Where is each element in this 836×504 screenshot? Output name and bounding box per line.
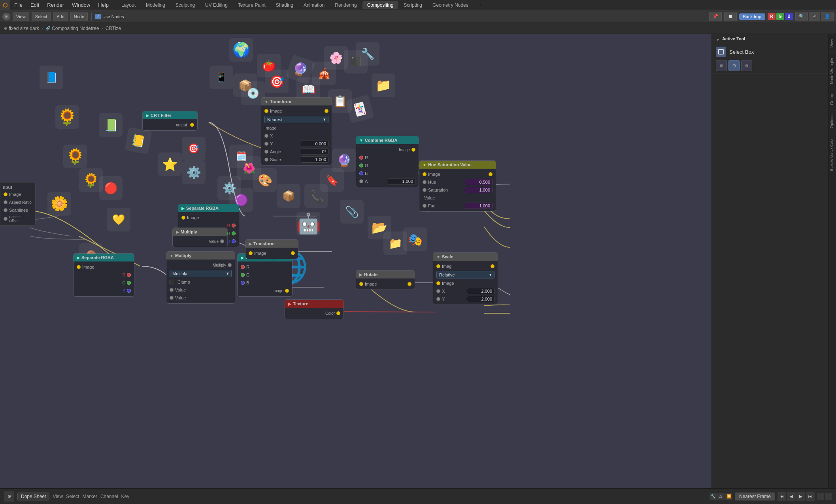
menu-window[interactable]: Window	[68, 1, 94, 9]
status-icon-3[interactable]: 🔽	[725, 493, 732, 500]
bottom-marker-btn[interactable]: Marker	[83, 494, 97, 499]
bottom-view-btn[interactable]: View	[53, 494, 63, 499]
menu-file[interactable]: File	[10, 1, 26, 9]
menu-render[interactable]: Render	[43, 1, 68, 9]
zoom-out-button[interactable]: 🗗	[809, 12, 820, 21]
user-icon-button[interactable]: 👤	[821, 12, 834, 21]
separate-rgba-1-header[interactable]: ▶ Separate RGBA	[178, 204, 239, 212]
transform-2-header[interactable]: ▶ Transform	[245, 240, 298, 248]
combine-rgba-2-node[interactable]: ▶ Combine RGBA R G B Image	[237, 253, 293, 297]
frame-prev-btn[interactable]: ◀	[787, 492, 796, 501]
tab-node-wrangler[interactable]: Node Wrangler	[828, 53, 836, 89]
add-button[interactable]: Add	[53, 12, 68, 21]
hue-sat-node[interactable]: ▼ Hue Saturation Value Image Hue 0.500 S…	[419, 160, 496, 212]
transform-angle-input[interactable]: 0°	[301, 149, 328, 155]
scale-y-row[interactable]: Y 2.000	[433, 295, 498, 303]
transform-2-node[interactable]: ▶ Transform Image	[245, 239, 298, 259]
scale-x-row[interactable]: X 2.000	[433, 287, 498, 295]
combine-rgba-1-header[interactable]: ▼ Combine RGBA	[356, 136, 419, 144]
nearest-frame-btn[interactable]: Nearest Frame	[735, 493, 775, 500]
transform-interp-row[interactable]: Nearest ▾	[261, 115, 332, 124]
huesat-sat-row[interactable]: Saturation 1.000	[419, 186, 496, 194]
separate-rgba-2-node[interactable]: ▶ Separate RGBA Image R G B	[73, 253, 134, 297]
multiply-1-header[interactable]: ▶ Multiply	[173, 228, 227, 236]
frame-play-btn[interactable]: ▶	[796, 492, 805, 501]
tab-uv-editing[interactable]: UV Editing	[200, 1, 232, 9]
select-mode-btn-2[interactable]: ⊟	[728, 60, 740, 71]
tab-geometry-nodes[interactable]: Geometry Nodes	[428, 1, 473, 9]
comb1-a-input[interactable]: 1.000	[388, 178, 415, 184]
tab-rendering[interactable]: Rendering	[330, 1, 361, 9]
zoom-in-button[interactable]: 🔍	[795, 12, 808, 21]
tab-shading[interactable]: Shading	[271, 1, 298, 9]
select-button[interactable]: Select	[32, 12, 51, 21]
rotate-header[interactable]: ▶ Rotate	[356, 271, 415, 278]
crt-filter-node[interactable]: ▶ CRT Filter output	[142, 111, 198, 131]
transform-angle-row[interactable]: Angle 0°	[261, 148, 332, 156]
mult2-dropdown-row[interactable]: Multiply ▾	[166, 269, 235, 278]
mode-dropdown[interactable]: Dope Sheet	[17, 493, 49, 500]
mult2-mode-dropdown[interactable]: Multiply ▾	[170, 270, 232, 277]
tab-add[interactable]: +	[474, 1, 486, 9]
breadcrumb-nodetree[interactable]: 🔗 Compositing Nodetree	[45, 26, 99, 31]
hue-sat-header[interactable]: ▼ Hue Saturation Value	[419, 161, 496, 169]
menu-help[interactable]: Help	[94, 1, 113, 9]
separate-rgba-2-header[interactable]: ▶ Separate RGBA	[74, 254, 134, 261]
b-button[interactable]: B	[785, 13, 793, 20]
bottom-select-btn[interactable]: Select	[66, 494, 79, 499]
node-editor-canvas[interactable]: 🌍 🍅 📦 📱 💿 🎯 🔮 📖 🎪 🌸 📋 🃏 ⬛ 🔧 📁 📗 📒 ⭐ ⚙️ ⚙…	[0, 34, 719, 488]
bottom-channel-btn[interactable]: Channel	[100, 494, 118, 499]
app-logo[interactable]: ⬡	[0, 0, 10, 10]
breadcrumb-workspace[interactable]: ⊕ fixed size dark	[4, 26, 39, 31]
combine-rgba-1-node[interactable]: ▼ Combine RGBA Image R G B A	[356, 136, 419, 187]
bottom-key-btn[interactable]: Key	[121, 494, 130, 499]
bottom-icon-1[interactable]: ⊕	[4, 491, 14, 502]
select-mode-btn-1[interactable]: ⊞	[716, 60, 727, 71]
scale-x-input[interactable]: 2.000	[467, 288, 494, 294]
tab-compositing[interactable]: Compositing	[362, 1, 398, 9]
huesat-hue-row[interactable]: Hue 0.500	[419, 178, 496, 186]
crt-filter-header[interactable]: ▶ CRT Filter	[143, 111, 197, 119]
mult2-clamp-checkbox[interactable]	[170, 280, 174, 284]
frame-end-btn[interactable]: ⏭	[806, 492, 815, 501]
tab-modeling[interactable]: Modeling	[141, 1, 170, 9]
tab-layout[interactable]: Layout	[117, 1, 140, 9]
backdrop-button[interactable]: Backdrop	[739, 13, 765, 20]
multiply-1-node[interactable]: ▶ Multiply Value	[172, 228, 228, 247]
transform-header[interactable]: ▼ Transform	[261, 98, 332, 105]
tab-view[interactable]: View	[828, 34, 836, 53]
tab-group[interactable]: Group	[828, 89, 836, 110]
transform-interpolation-dropdown[interactable]: Nearest ▾	[264, 116, 328, 123]
rotate-node[interactable]: ▶ Rotate Image	[356, 270, 415, 290]
r-button[interactable]: R	[768, 13, 776, 20]
huesat-fac-input[interactable]: 1.000	[465, 203, 493, 209]
frame-start-btn[interactable]: ⏮	[777, 492, 786, 501]
node-button[interactable]: Node	[70, 12, 88, 21]
scale-mode-dropdown[interactable]: Relative ▾	[436, 271, 494, 278]
tab-options[interactable]: Options	[828, 109, 836, 133]
menu-edit[interactable]: Edit	[26, 1, 43, 9]
tab-scripting[interactable]: Scripting	[399, 1, 427, 9]
mult2-clamp-row[interactable]: Clamp	[166, 278, 235, 286]
status-icon-2[interactable]: ⚠	[717, 493, 725, 500]
transform-y-row[interactable]: Y 0.000	[261, 140, 332, 148]
g-button[interactable]: G	[776, 13, 784, 20]
tab-texture-paint[interactable]: Texture Paint	[233, 1, 270, 9]
use-nodes-toggle[interactable]: ✓ Use Nodes	[95, 14, 124, 19]
texture-node[interactable]: ▶ Texture Color	[285, 299, 344, 319]
huesat-fac-row[interactable]: Fac 1.000	[419, 202, 496, 210]
transform-y-input[interactable]: 0.000	[301, 141, 328, 147]
tab-bake-to-vertex-color[interactable]: Bake to Vertex Color	[828, 133, 836, 176]
huesat-sat-input[interactable]: 1.000	[465, 187, 493, 193]
scale-header[interactable]: ▼ Scale	[433, 253, 498, 261]
huesat-hue-input[interactable]: 0.500	[465, 179, 493, 185]
transform-scale-input[interactable]: 1.000	[301, 156, 328, 163]
breadcrumb-crtize[interactable]: CRTize	[106, 26, 121, 31]
transform-node[interactable]: ▼ Transform Image Nearest ▾ Image X	[261, 97, 332, 165]
scale-mode-row[interactable]: Relative ▾	[433, 270, 498, 279]
select-box-icon-btn[interactable]	[716, 47, 726, 57]
multiply-2-node[interactable]: ▼ Multiply Multiply Multiply ▾ Clamp Val…	[166, 251, 235, 304]
transform-scale-row[interactable]: Scale 1.000	[261, 156, 332, 164]
multiply-2-header[interactable]: ▼ Multiply	[166, 252, 235, 260]
texture-header[interactable]: ▶ Texture	[285, 300, 343, 308]
